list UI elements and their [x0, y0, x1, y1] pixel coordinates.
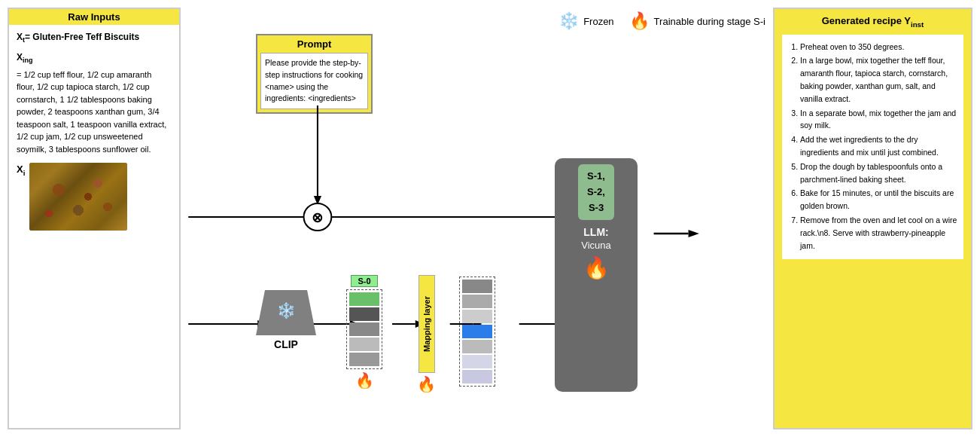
- xi-label: Xi: [17, 163, 25, 178]
- middle-section: ❄️ Frozen 🔥 Trainable during stage S-i P…: [181, 8, 773, 429]
- block-midgray: [349, 322, 379, 336]
- rblock-gray4: [462, 340, 492, 353]
- prompt-box: Prompt Please provide the step-by-step i…: [256, 34, 373, 114]
- prompt-text: Please provide the step-by-step instruct…: [260, 53, 368, 109]
- rblock-blue: [462, 325, 492, 338]
- trainable-label: Trainable during stage S-i: [654, 16, 765, 27]
- rblock-gray6: [462, 370, 492, 384]
- main-container: Raw Inputs Xt= Gluten-Free Teff Biscuits…: [0, 0, 980, 437]
- llm-box: S-1,S-2,S-3 LLM: Vicuna 🔥: [555, 158, 638, 392]
- clip-box: ❄️ CLIP: [256, 290, 316, 350]
- rblock-gray3: [462, 310, 492, 323]
- recipe-title: Generated recipe Yinst: [782, 15, 963, 29]
- mapping-layer-box: Mapping layer 🔥: [409, 275, 443, 393]
- flame-icon-legend: 🔥: [629, 11, 650, 31]
- mapping-flame-icon: 🔥: [417, 375, 436, 393]
- prompt-title: Prompt: [260, 38, 368, 50]
- recipe-step-5: Drop the dough by tablespoonfuls onto a …: [800, 160, 957, 186]
- rblock-gray2: [462, 295, 492, 308]
- recipe-panel: Generated recipe Yinst Preheat oven to 3…: [773, 8, 972, 429]
- frozen-label: Frozen: [583, 16, 613, 27]
- rblock-gray1: [462, 280, 492, 293]
- recipe-step-4: Add the wet ingredients to the dry ingre…: [800, 133, 957, 159]
- clip-label: CLIP: [274, 338, 298, 350]
- snowflake-icon: ❄️: [558, 11, 579, 31]
- xi-container: Xi: [17, 163, 172, 231]
- food-image: [29, 163, 127, 231]
- legend-trainable: 🔥 Trainable during stage S-i: [629, 11, 765, 31]
- color-blocks-left: [346, 289, 382, 369]
- food-image-inner: [29, 163, 127, 231]
- recipe-step-7: Remove from the oven and let cool on a w…: [800, 214, 957, 252]
- svg-text:⊗: ⊗: [312, 210, 323, 225]
- recipe-step-1: Preheat oven to 350 degrees.: [800, 41, 957, 53]
- llm-flame-icon: 🔥: [583, 255, 610, 280]
- legend-frozen: ❄️ Frozen: [558, 11, 613, 31]
- block-darkgray: [349, 307, 379, 321]
- s0-label: S-0: [351, 275, 377, 287]
- svg-marker-11: [314, 196, 321, 205]
- clip-trapezoid: ❄️: [256, 290, 316, 335]
- svg-point-12: [304, 203, 332, 231]
- raw-inputs-content: Xt= Gluten-Free Teff Biscuits Xing = 1/2…: [17, 31, 172, 231]
- color-blocks-right: [459, 277, 495, 387]
- block-lightgray: [349, 338, 379, 351]
- llm-stages: S-1,S-2,S-3: [578, 164, 614, 220]
- legend: ❄️ Frozen 🔥 Trainable during stage S-i: [558, 11, 765, 31]
- llm-subtitle: Vicuna: [581, 240, 611, 251]
- s0-flame-icon: 🔥: [355, 371, 374, 390]
- mapping-layer-text: Mapping layer: [418, 275, 435, 373]
- recipe-step-3: In a separate bowl, mix together the jam…: [800, 107, 957, 133]
- llm-title: LLM:: [583, 226, 608, 238]
- raw-inputs-panel: Raw Inputs Xt= Gluten-Free Teff Biscuits…: [8, 8, 181, 429]
- rblock-gray5: [462, 355, 492, 368]
- xing-label: Xing: [17, 51, 172, 66]
- raw-inputs-title: Raw Inputs: [9, 9, 179, 25]
- block-gray2: [349, 353, 379, 366]
- recipe-list: Preheat oven to 350 degrees. In a large …: [782, 35, 963, 260]
- clip-snowflake-icon: ❄️: [277, 301, 296, 319]
- xt-label: Xt= Gluten-Free Teff Biscuits: [17, 31, 172, 45]
- xing-text: = 1/2 cup teff flour, 1/2 cup amaranth f…: [17, 69, 172, 156]
- recipe-step-6: Bake for 15 minutes, or until the biscui…: [800, 187, 957, 212]
- svg-marker-18: [689, 230, 699, 237]
- s0-group: S-0 🔥: [346, 275, 382, 390]
- recipe-step-2: In a large bowl, mix together the teff f…: [800, 54, 957, 105]
- block-green: [349, 292, 379, 306]
